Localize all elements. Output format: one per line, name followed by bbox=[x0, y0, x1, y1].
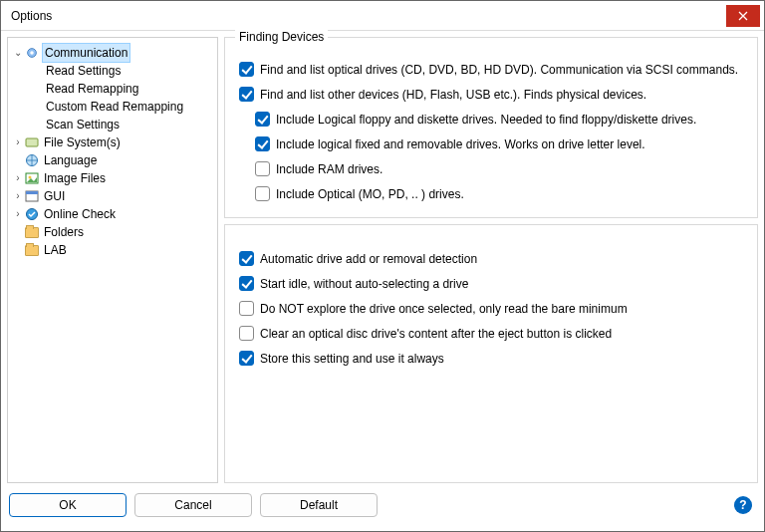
tree-item-read-remapping[interactable]: Read Remapping bbox=[12, 80, 213, 98]
checkbox-label: Include Optical (MO, PD, .. ) drives. bbox=[276, 187, 464, 201]
checkbox-label: Include RAM drives. bbox=[276, 162, 382, 176]
checkbox-start-idle[interactable] bbox=[239, 276, 254, 291]
tree-item-scan-settings[interactable]: Scan Settings bbox=[12, 116, 213, 133]
checkbox-optical-drives[interactable] bbox=[239, 62, 254, 77]
tree-item-image-files[interactable]: › Image Files bbox=[12, 169, 213, 187]
option-row: Do NOT explore the drive once selected, … bbox=[239, 301, 743, 316]
option-row: Include Optical (MO, PD, .. ) drives. bbox=[255, 186, 743, 201]
svg-rect-7 bbox=[26, 191, 38, 194]
tree-item-gui[interactable]: › GUI bbox=[12, 187, 213, 205]
dialog-footer: OK Cancel Default ? bbox=[1, 489, 764, 521]
group-legend: Finding Devices bbox=[235, 30, 328, 44]
checkbox-auto-detect[interactable] bbox=[239, 251, 254, 266]
picture-icon bbox=[24, 171, 40, 185]
default-button[interactable]: Default bbox=[260, 493, 378, 517]
checkbox-no-explore[interactable] bbox=[239, 301, 254, 316]
option-row: Include RAM drives. bbox=[255, 161, 743, 176]
folder-icon bbox=[24, 225, 40, 239]
expand-toggle[interactable]: ⌄ bbox=[12, 44, 24, 62]
tree-item-communication[interactable]: ⌄ Communication bbox=[12, 44, 213, 62]
svg-rect-2 bbox=[26, 138, 38, 146]
checkbox-logical-floppy[interactable] bbox=[255, 112, 270, 127]
expand-toggle[interactable]: › bbox=[12, 169, 24, 187]
checkbox-label: Include logical fixed and removable driv… bbox=[276, 137, 645, 151]
gear-icon bbox=[24, 46, 40, 60]
cancel-button[interactable]: Cancel bbox=[134, 493, 252, 517]
option-row: Include logical fixed and removable driv… bbox=[255, 136, 743, 151]
option-row: Automatic drive add or removal detection bbox=[239, 251, 743, 266]
checkbox-label: Store this setting and use it always bbox=[260, 352, 444, 366]
svg-point-1 bbox=[30, 51, 34, 55]
globe-check-icon bbox=[24, 207, 40, 221]
behavior-group: Automatic drive add or removal detection… bbox=[224, 224, 758, 483]
option-row: Start idle, without auto-selecting a dri… bbox=[239, 276, 743, 291]
folder-icon bbox=[24, 243, 40, 257]
checkbox-clear-after-eject[interactable] bbox=[239, 326, 254, 341]
checkbox-label: Include Logical floppy and diskette driv… bbox=[276, 113, 696, 127]
expand-toggle[interactable]: › bbox=[12, 205, 24, 223]
ok-button[interactable]: OK bbox=[9, 493, 127, 517]
checkbox-label: Find and list optical drives (CD, DVD, B… bbox=[260, 63, 738, 77]
option-row: Store this setting and use it always bbox=[239, 351, 743, 366]
finding-devices-group: Finding Devices Find and list optical dr… bbox=[224, 37, 758, 218]
titlebar: Options bbox=[1, 1, 764, 31]
tree-item-folders[interactable]: Folders bbox=[12, 223, 213, 241]
tree-item-lab[interactable]: LAB bbox=[12, 241, 213, 259]
expand-toggle[interactable]: › bbox=[12, 133, 24, 151]
checkbox-optical-mo[interactable] bbox=[255, 186, 270, 201]
checkbox-ram-drives[interactable] bbox=[255, 161, 270, 176]
option-row: Find and list optical drives (CD, DVD, B… bbox=[239, 62, 743, 77]
option-row: Include Logical floppy and diskette driv… bbox=[255, 112, 743, 127]
checkbox-label: Start idle, without auto-selecting a dri… bbox=[260, 277, 468, 291]
close-icon bbox=[738, 11, 748, 21]
help-button[interactable]: ? bbox=[734, 496, 752, 514]
checkbox-logical-fixed[interactable] bbox=[255, 136, 270, 151]
window-icon bbox=[24, 189, 40, 203]
tree-item-language[interactable]: Language bbox=[12, 151, 213, 169]
window-title: Options bbox=[11, 9, 726, 23]
close-button[interactable] bbox=[726, 5, 760, 27]
nav-tree[interactable]: ⌄ Communication Read Settings Read Remap… bbox=[7, 37, 218, 483]
tree-item-custom-read-remapping[interactable]: Custom Read Remapping bbox=[12, 98, 213, 116]
option-row: Find and list other devices (HD, Flash, … bbox=[239, 87, 743, 102]
checkbox-label: Find and list other devices (HD, Flash, … bbox=[260, 88, 646, 102]
expand-toggle[interactable]: › bbox=[12, 187, 24, 205]
tree-label: Communication bbox=[42, 43, 130, 63]
checkbox-store-setting[interactable] bbox=[239, 351, 254, 366]
checkbox-label: Clear an optical disc drive's content af… bbox=[260, 327, 612, 341]
checkbox-label: Automatic drive add or removal detection bbox=[260, 252, 477, 266]
checkbox-label: Do NOT explore the drive once selected, … bbox=[260, 302, 628, 316]
tree-item-online-check[interactable]: › Online Check bbox=[12, 205, 213, 223]
tree-item-read-settings[interactable]: Read Settings bbox=[12, 62, 213, 80]
disk-icon bbox=[24, 135, 40, 149]
option-row: Clear an optical disc drive's content af… bbox=[239, 326, 743, 341]
checkbox-other-devices[interactable] bbox=[239, 87, 254, 102]
globe-icon bbox=[24, 153, 40, 167]
tree-item-file-systems[interactable]: › File System(s) bbox=[12, 133, 213, 151]
